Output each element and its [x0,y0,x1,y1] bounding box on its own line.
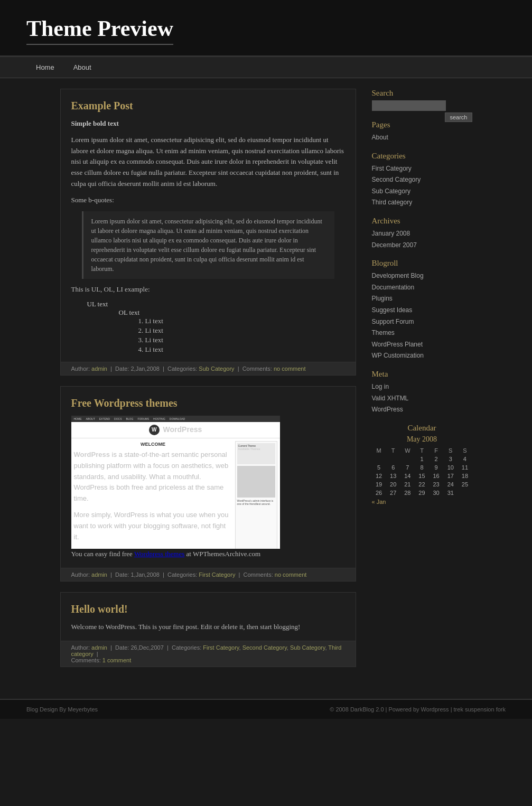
li-list: Li text Li text Li text Li text [145,317,345,354]
cal-th-s2: S [458,446,472,455]
site-footer: Blog Design By Meyerbytes © 2008 DarkBlo… [0,699,532,719]
post-meta-wp: Author: admin | Date: 1,Jan,2008 | Categ… [61,568,356,581]
category-link[interactable]: Sub Category [199,365,234,372]
comments-link[interactable]: no comment [274,365,306,372]
meta-xhtml[interactable]: Valid XHTML [372,395,409,402]
calendar-nav: « Jan [372,499,472,505]
search-input[interactable] [372,100,446,111]
blogroll-suggest[interactable]: Suggest Ideas [372,306,413,314]
ul-text: UL text [87,300,108,308]
author-link[interactable]: admin [91,365,107,372]
table-row: 192021 22232425 [372,480,472,489]
archive-jan2008[interactable]: January 2008 [372,230,410,237]
list-item: WordPress Planet [372,339,472,351]
list-item: Valid XHTML [372,393,472,405]
meta-wordpress[interactable]: WordPress [372,406,403,413]
list-item: Themes [372,327,472,339]
sidebar-meta: Meta Log in Valid XHTML WordPress [372,370,472,416]
wp-body: WELCOME WordPress is a state-of-the-art … [71,438,280,549]
categories-label: Categories: [167,365,197,372]
calendar-month: May 2008 [372,435,472,444]
date-label: Date: [115,365,129,372]
blogroll-docs[interactable]: Documentation [372,284,415,291]
search-button[interactable]: search [445,113,472,122]
date-label2: Date: [115,571,129,578]
list-item: Third category [372,197,472,209]
blogroll-devblog[interactable]: Development Blog [372,272,424,279]
nav-item-about[interactable]: About [64,57,101,78]
comments-label: Comments: [242,365,272,372]
meta-heading: Meta [372,370,472,379]
cat-third[interactable]: Third category [372,199,413,206]
list-item: December 2007 [372,240,472,251]
cal-prev-link[interactable]: « Jan [372,499,386,505]
post-example: Example Post Simple bold text Lorem ipsu… [60,89,356,376]
site-header: Theme Preview [0,0,532,57]
wp-icon: W [149,425,160,435]
ul-example: UL text OL text Li text Li text Li text … [87,300,345,354]
table-row: 121314 15161718 [372,472,472,480]
author-link2[interactable]: admin [91,571,107,578]
cal-th-t: T [386,446,400,455]
sidebar-calendar: Calendar May 2008 M T W T F S S [372,424,472,505]
blogroll-wpcustom[interactable]: WP Customization [372,352,424,359]
cat-link-1[interactable]: First Category [203,644,239,651]
footer-left: Blog Design By Meyerbytes [26,706,98,713]
list-item: Li text [145,326,345,335]
cat-first[interactable]: First Category [372,165,412,172]
sidebar-archives: Archives January 2008 December 2007 [372,217,472,251]
categories-label3: Categories: [172,644,201,651]
post-hello-text: Welcome to WordPress. This is your first… [71,622,345,633]
table-row: 567 891011 [372,463,472,472]
nav-link-about[interactable]: About [64,57,101,78]
post-meta-example: Author: admin | Date: 2,Jan,2008 | Categ… [61,362,356,375]
page-about-link[interactable]: About [372,134,388,141]
cal-th-s: S [443,446,458,455]
cat-link-2[interactable]: Second Category [242,644,287,651]
wp-themes-link[interactable]: Wordpress themes [134,550,184,558]
calendar-table: M T W T F S S 1234 567 [372,446,472,497]
blogroll-list: Development Blog Documentation Plugins S… [372,270,472,362]
list-item: Sub Category [372,186,472,198]
list-item: Log in [372,381,472,393]
blogroll-wpplanet[interactable]: WordPress Planet [372,341,423,348]
meta-list: Log in Valid XHTML WordPress [372,381,472,416]
author-link3[interactable]: admin [91,644,107,651]
wp-left: WELCOME WordPress is a state-of-the-art … [74,441,232,549]
cat-sub[interactable]: Sub Category [372,188,410,195]
sidebar-search: Search search [372,89,472,113]
main-content: Example Post Simple bold text Lorem ipsu… [60,89,356,678]
author-label3: Author: [71,644,90,651]
list-item: January 2008 [372,228,472,240]
nav-link-home[interactable]: Home [26,57,64,78]
archives-heading: Archives [372,217,472,226]
author-label: Author: [71,365,90,372]
table-row: 262728 293031 [372,489,472,497]
sidebar-blogroll: Blogroll Development Blog Documentation … [372,259,472,362]
bquote-label: Some b-quotes: [71,195,345,206]
author-label2: Author: [71,571,90,578]
blogroll-plugins[interactable]: Plugins [372,295,393,302]
list-item: Li text [145,345,345,354]
wp-right: Current ThemeAvailable Themes WordPress'… [235,441,277,549]
list-item: Li text [145,317,345,325]
comments-label3: Comments: [71,657,101,663]
post-title-hello: Hello world! [71,603,345,615]
comments-link2[interactable]: no comment [275,571,307,578]
blogroll-support[interactable]: Support Forum [372,318,414,325]
list-item: Li text [145,336,345,344]
blogroll-heading: Blogroll [372,259,472,268]
blogroll-themes[interactable]: Themes [372,329,395,336]
comments-link3[interactable]: 1 comment [102,657,131,663]
archive-dec2007[interactable]: December 2007 [372,241,417,249]
post-date: 2,Jan,2008 [130,365,159,372]
sidebar-categories: Categories First Category Second Categor… [372,152,472,209]
post-hello-world: Hello world! Welcome to WordPress. This … [60,592,356,667]
wp-screenshot: HOME ABOUT EXTEND DOCS BLOG FORUMS HOSTI… [71,416,280,549]
meta-login[interactable]: Log in [372,383,389,390]
cat-second[interactable]: Second Category [372,176,421,183]
cat-link-3[interactable]: Sub Category [290,644,325,651]
post-date3: 26,Dec,2007 [130,644,163,651]
nav-item-home[interactable]: Home [26,57,64,78]
category-link2[interactable]: First Category [199,571,235,578]
